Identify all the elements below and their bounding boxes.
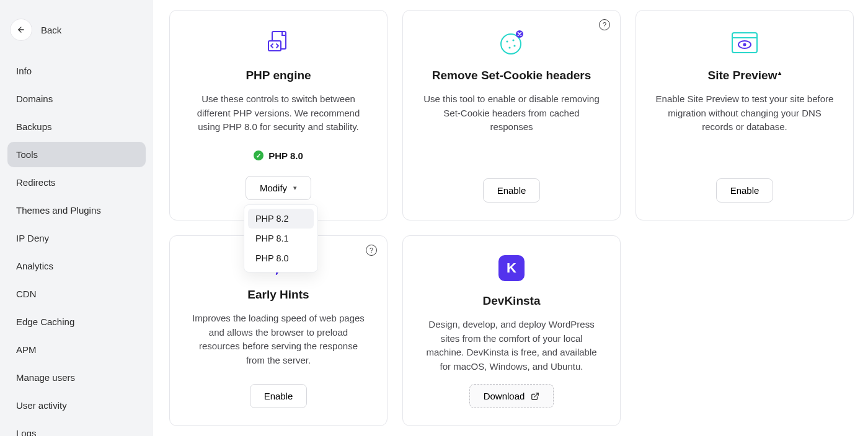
sidebar-item-apm[interactable]: APM: [7, 337, 146, 362]
preview-eye-icon: [731, 29, 758, 56]
chevron-down-icon: ▾: [293, 184, 297, 192]
cards-grid: PHP engine Use these controls to switch …: [169, 10, 852, 426]
sidebar-item-tools[interactable]: Tools: [7, 142, 146, 167]
sidebar-item-edge-caching[interactable]: Edge Caching: [7, 309, 146, 334]
download-button-label: Download: [484, 391, 525, 401]
sidebar-item-redirects[interactable]: Redirects: [7, 170, 146, 195]
modify-button-label: Modify: [260, 183, 287, 193]
nav: InfoDomainsBackupsToolsRedirectsThemes a…: [7, 58, 146, 436]
enable-button[interactable]: Enable: [483, 178, 541, 203]
sidebar-item-info[interactable]: Info: [7, 58, 146, 84]
dropdown-item-php-8-2[interactable]: PHP 8.2: [248, 209, 314, 229]
sidebar-item-cdn[interactable]: CDN: [7, 281, 146, 307]
dropdown-item-php-8-0[interactable]: PHP 8.0: [248, 248, 314, 268]
card-desc: Use these controls to switch between dif…: [188, 92, 368, 134]
card-site-preview: Site Preview▴ Enable Site Preview to tes…: [636, 10, 854, 220]
content: PHP engine Use these controls to switch …: [153, 0, 868, 436]
sidebar-item-domains[interactable]: Domains: [7, 86, 146, 111]
sidebar-item-manage-users[interactable]: Manage users: [7, 365, 146, 390]
svg-point-3: [506, 40, 508, 42]
back-button[interactable]: [10, 19, 32, 41]
card-desc: Enable Site Preview to test your site be…: [655, 92, 835, 134]
check-circle-icon: ✓: [254, 150, 264, 160]
svg-point-6: [513, 45, 515, 46]
card-desc: Improves the loading speed of web pages …: [188, 312, 368, 367]
sidebar-item-analytics[interactable]: Analytics: [7, 253, 146, 279]
card-title: Early Hints: [247, 288, 309, 302]
external-link-icon: [531, 392, 539, 401]
svg-point-4: [512, 39, 514, 41]
modify-dropdown-wrap: Modify ▾ PHP 8.2 PHP 8.1 PHP 8.0: [246, 176, 311, 200]
card-php-engine: PHP engine Use these controls to switch …: [169, 10, 388, 220]
card-remove-cookie: ? Remove Set-Cookie headers Use this too…: [402, 10, 621, 220]
sidebar-item-logs[interactable]: Logs: [7, 421, 146, 436]
php-status-label: PHP 8.0: [268, 150, 303, 161]
card-title: Site Preview▴: [708, 69, 782, 82]
back-label: Back: [41, 25, 61, 35]
back-row: Back: [7, 19, 146, 52]
help-icon[interactable]: ?: [366, 245, 377, 256]
enable-button[interactable]: Enable: [250, 384, 308, 408]
sidebar-item-backups[interactable]: Backups: [7, 114, 146, 139]
svg-point-5: [508, 46, 510, 48]
php-version-dropdown: PHP 8.2 PHP 8.1 PHP 8.0: [244, 204, 318, 272]
card-desc: Design, develop, and deploy WordPress si…: [422, 318, 601, 373]
sidebar-item-ip-deny[interactable]: IP Deny: [7, 225, 146, 251]
svg-rect-1: [268, 41, 281, 51]
sidebar: Back InfoDomainsBackupsToolsRedirectsThe…: [0, 0, 153, 436]
modify-button[interactable]: Modify ▾: [246, 176, 311, 200]
card-title: Remove Set-Cookie headers: [432, 69, 591, 82]
download-button[interactable]: Download: [469, 384, 554, 408]
card-title: PHP engine: [246, 69, 311, 82]
arrow-left-icon: [17, 25, 25, 34]
card-desc: Use this tool to enable or disable remov…: [422, 92, 601, 134]
code-file-icon: [268, 29, 289, 56]
sidebar-item-themes-and-plugins[interactable]: Themes and Plugins: [7, 198, 146, 223]
devkinsta-logo: K: [498, 255, 525, 282]
svg-point-11: [743, 43, 746, 46]
dropdown-item-php-8-1[interactable]: PHP 8.1: [248, 229, 314, 248]
card-title: DevKinsta: [483, 294, 541, 308]
php-status: ✓ PHP 8.0: [254, 150, 303, 161]
cookie-remove-icon: [498, 29, 525, 56]
svg-rect-8: [732, 33, 757, 53]
help-icon[interactable]: ?: [599, 19, 610, 30]
enable-button[interactable]: Enable: [716, 178, 774, 203]
card-devkinsta: K DevKinsta Design, develop, and deploy …: [402, 235, 621, 426]
sidebar-item-user-activity[interactable]: User activity: [7, 393, 146, 418]
